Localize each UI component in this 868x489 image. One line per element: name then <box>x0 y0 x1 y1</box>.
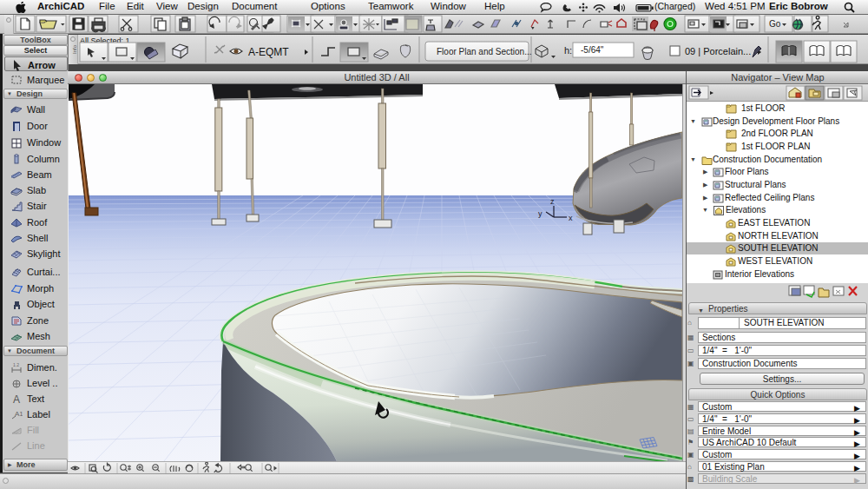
svg-text:-5/64": -5/64" <box>581 45 604 55</box>
svg-text:09 | Porcelain...: 09 | Porcelain... <box>685 46 751 56</box>
svg-text:y: y <box>538 209 542 218</box>
svg-text:h:: h: <box>564 45 572 56</box>
svg-text:A: A <box>13 393 20 406</box>
svg-text:Go: Go <box>769 19 781 29</box>
svg-text:z: z <box>550 197 555 206</box>
svg-text:x: x <box>569 214 573 222</box>
svg-text:Floor Plan and Section...: Floor Plan and Section... <box>437 47 532 56</box>
svg-text:A-EQMT: A-EQMT <box>248 46 289 58</box>
svg-text:1.2: 1.2 <box>13 362 19 367</box>
svg-text:A1: A1 <box>15 410 23 418</box>
